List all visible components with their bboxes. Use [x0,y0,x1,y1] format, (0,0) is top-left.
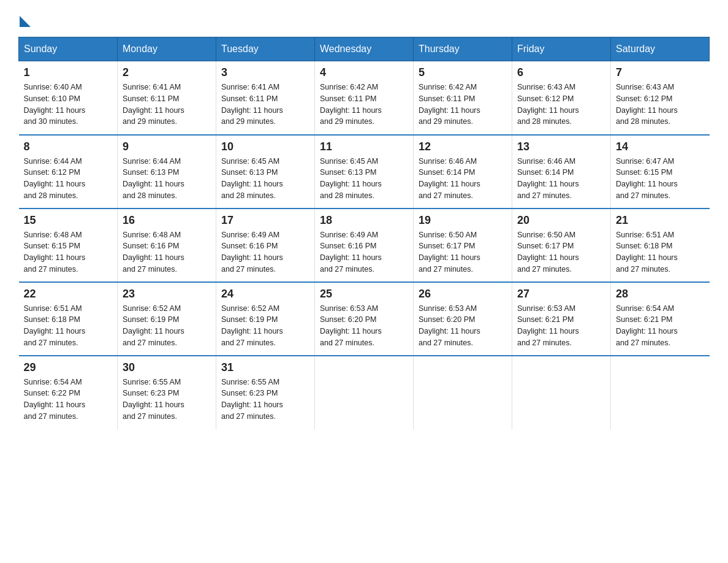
calendar-table: SundayMondayTuesdayWednesdayThursdayFrid… [18,37,710,429]
calendar-cell: 30Sunrise: 6:55 AMSunset: 6:23 PMDayligh… [118,356,216,429]
calendar-cell [611,356,710,429]
day-header-tuesday: Tuesday [216,37,315,61]
day-number: 6 [517,66,605,79]
day-number: 10 [221,140,309,153]
day-info: Sunrise: 6:53 AMSunset: 6:21 PMDaylight:… [517,303,605,349]
day-number: 31 [221,361,309,374]
calendar-cell: 23Sunrise: 6:52 AMSunset: 6:19 PMDayligh… [118,282,216,356]
day-info: Sunrise: 6:44 AMSunset: 6:13 PMDaylight:… [123,156,211,202]
day-header-sunday: Sunday [19,37,118,61]
day-info: Sunrise: 6:48 AMSunset: 6:16 PMDaylight:… [123,229,211,275]
day-number: 11 [320,140,408,153]
day-header-wednesday: Wednesday [315,37,414,61]
day-number: 20 [517,214,605,227]
day-header-monday: Monday [118,37,216,61]
calendar-cell: 12Sunrise: 6:46 AMSunset: 6:14 PMDayligh… [414,135,512,209]
day-info: Sunrise: 6:53 AMSunset: 6:20 PMDaylight:… [320,303,408,349]
calendar-body: 1Sunrise: 6:40 AMSunset: 6:10 PMDaylight… [19,61,710,429]
day-number: 24 [221,288,309,301]
header-row: SundayMondayTuesdayWednesdayThursdayFrid… [19,37,710,61]
day-info: Sunrise: 6:51 AMSunset: 6:18 PMDaylight:… [24,303,113,349]
day-number: 7 [616,66,705,79]
day-number: 1 [24,66,113,79]
day-info: Sunrise: 6:50 AMSunset: 6:17 PMDaylight:… [517,229,605,275]
day-number: 2 [123,66,211,79]
day-header-saturday: Saturday [611,37,710,61]
day-number: 21 [616,214,705,227]
calendar-cell: 25Sunrise: 6:53 AMSunset: 6:20 PMDayligh… [315,282,414,356]
calendar-cell: 10Sunrise: 6:45 AMSunset: 6:13 PMDayligh… [216,135,315,209]
calendar-cell: 18Sunrise: 6:49 AMSunset: 6:16 PMDayligh… [315,209,414,282]
day-info: Sunrise: 6:52 AMSunset: 6:19 PMDaylight:… [221,303,309,349]
day-info: Sunrise: 6:52 AMSunset: 6:19 PMDaylight:… [123,303,211,349]
day-info: Sunrise: 6:40 AMSunset: 6:10 PMDaylight:… [24,82,113,128]
day-number: 5 [419,66,507,79]
calendar-cell: 11Sunrise: 6:45 AMSunset: 6:13 PMDayligh… [315,135,414,209]
calendar-week-row: 29Sunrise: 6:54 AMSunset: 6:22 PMDayligh… [19,356,710,429]
day-number: 8 [24,140,113,153]
calendar-cell: 4Sunrise: 6:42 AMSunset: 6:11 PMDaylight… [315,61,414,135]
day-info: Sunrise: 6:48 AMSunset: 6:15 PMDaylight:… [24,229,113,275]
calendar-cell: 14Sunrise: 6:47 AMSunset: 6:15 PMDayligh… [611,135,710,209]
calendar-cell: 13Sunrise: 6:46 AMSunset: 6:14 PMDayligh… [512,135,611,209]
day-info: Sunrise: 6:45 AMSunset: 6:13 PMDaylight:… [221,156,309,202]
day-info: Sunrise: 6:43 AMSunset: 6:12 PMDaylight:… [616,82,705,128]
day-info: Sunrise: 6:51 AMSunset: 6:18 PMDaylight:… [616,229,705,275]
day-number: 25 [320,288,408,301]
calendar-cell [414,356,512,429]
day-info: Sunrise: 6:41 AMSunset: 6:11 PMDaylight:… [221,82,309,128]
day-info: Sunrise: 6:47 AMSunset: 6:15 PMDaylight:… [616,156,705,202]
day-number: 27 [517,288,605,301]
calendar-cell: 21Sunrise: 6:51 AMSunset: 6:18 PMDayligh… [611,209,710,282]
calendar-cell: 2Sunrise: 6:41 AMSunset: 6:11 PMDaylight… [118,61,216,135]
day-info: Sunrise: 6:55 AMSunset: 6:23 PMDaylight:… [221,377,309,423]
day-header-friday: Friday [512,37,611,61]
calendar-cell: 26Sunrise: 6:53 AMSunset: 6:20 PMDayligh… [414,282,512,356]
calendar-cell: 6Sunrise: 6:43 AMSunset: 6:12 PMDaylight… [512,61,611,135]
day-info: Sunrise: 6:54 AMSunset: 6:22 PMDaylight:… [24,377,113,423]
calendar-week-row: 15Sunrise: 6:48 AMSunset: 6:15 PMDayligh… [19,209,710,282]
calendar-cell: 3Sunrise: 6:41 AMSunset: 6:11 PMDaylight… [216,61,315,135]
calendar-cell: 17Sunrise: 6:49 AMSunset: 6:16 PMDayligh… [216,209,315,282]
day-number: 29 [24,361,113,374]
day-info: Sunrise: 6:43 AMSunset: 6:12 PMDaylight:… [517,82,605,128]
day-number: 4 [320,66,408,79]
logo [18,12,31,25]
calendar-cell: 19Sunrise: 6:50 AMSunset: 6:17 PMDayligh… [414,209,512,282]
calendar-week-row: 22Sunrise: 6:51 AMSunset: 6:18 PMDayligh… [19,282,710,356]
calendar-cell [315,356,414,429]
calendar-cell: 7Sunrise: 6:43 AMSunset: 6:12 PMDaylight… [611,61,710,135]
logo-arrow-icon [20,16,31,27]
day-number: 14 [616,140,705,153]
calendar-cell: 22Sunrise: 6:51 AMSunset: 6:18 PMDayligh… [19,282,118,356]
day-info: Sunrise: 6:49 AMSunset: 6:16 PMDaylight:… [320,229,408,275]
day-info: Sunrise: 6:46 AMSunset: 6:14 PMDaylight:… [419,156,507,202]
day-number: 3 [221,66,309,79]
day-number: 18 [320,214,408,227]
day-number: 30 [123,361,211,374]
calendar-cell: 8Sunrise: 6:44 AMSunset: 6:12 PMDaylight… [19,135,118,209]
day-number: 12 [419,140,507,153]
calendar-week-row: 1Sunrise: 6:40 AMSunset: 6:10 PMDaylight… [19,61,710,135]
day-number: 19 [419,214,507,227]
day-number: 13 [517,140,605,153]
calendar-cell: 5Sunrise: 6:42 AMSunset: 6:11 PMDaylight… [414,61,512,135]
day-info: Sunrise: 6:41 AMSunset: 6:11 PMDaylight:… [123,82,211,128]
calendar-week-row: 8Sunrise: 6:44 AMSunset: 6:12 PMDaylight… [19,135,710,209]
calendar-cell: 20Sunrise: 6:50 AMSunset: 6:17 PMDayligh… [512,209,611,282]
day-info: Sunrise: 6:42 AMSunset: 6:11 PMDaylight:… [419,82,507,128]
day-number: 9 [123,140,211,153]
day-header-thursday: Thursday [414,37,512,61]
day-info: Sunrise: 6:42 AMSunset: 6:11 PMDaylight:… [320,82,408,128]
calendar-cell: 15Sunrise: 6:48 AMSunset: 6:15 PMDayligh… [19,209,118,282]
calendar-cell: 16Sunrise: 6:48 AMSunset: 6:16 PMDayligh… [118,209,216,282]
calendar-cell: 28Sunrise: 6:54 AMSunset: 6:21 PMDayligh… [611,282,710,356]
day-info: Sunrise: 6:50 AMSunset: 6:17 PMDaylight:… [419,229,507,275]
day-number: 22 [24,288,113,301]
day-info: Sunrise: 6:44 AMSunset: 6:12 PMDaylight:… [24,156,113,202]
day-number: 26 [419,288,507,301]
day-number: 15 [24,214,113,227]
calendar-cell: 27Sunrise: 6:53 AMSunset: 6:21 PMDayligh… [512,282,611,356]
calendar-cell: 29Sunrise: 6:54 AMSunset: 6:22 PMDayligh… [19,356,118,429]
calendar-cell: 9Sunrise: 6:44 AMSunset: 6:13 PMDaylight… [118,135,216,209]
